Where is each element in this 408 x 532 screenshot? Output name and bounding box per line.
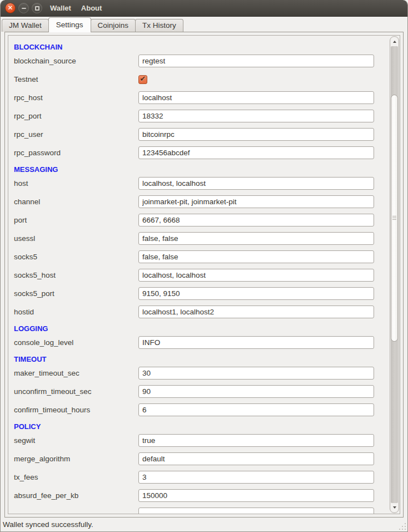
confirm_timeout_hours-label: confirm_timeout_hours [14, 406, 138, 414]
arrow-up-icon [393, 41, 396, 43]
field-row: console_log_level [14, 336, 374, 349]
status-message: Wallet synced successfully. [3, 520, 93, 529]
host-label: host [14, 179, 138, 188]
field-row: Testnet✔ [14, 73, 374, 86]
rpc_user-label: rpc_user [14, 130, 138, 139]
maker_timeout_sec-input[interactable] [138, 367, 374, 380]
host-input[interactable] [138, 177, 374, 190]
usessl-label: usessl [14, 234, 138, 243]
absurd_fee_per_kb-input[interactable] [138, 489, 374, 502]
section-title-timeout: TIMEOUT [14, 354, 387, 364]
rpc_password-input[interactable] [138, 146, 374, 159]
merge_algorithm-label: merge_algorithm [14, 455, 138, 463]
unconfirm_timeout_sec-label: unconfirm_timeout_sec [14, 387, 138, 396]
field-row: usessl [14, 232, 374, 245]
tab-coinjoins[interactable]: Coinjoins [91, 19, 136, 32]
usessl-input[interactable] [138, 232, 374, 245]
titlebar: ✕ Wallet About [1, 0, 407, 17]
tab-tx-history[interactable]: Tx History [135, 19, 183, 32]
settings-form: BLOCKCHAINblockchain_sourceTestnet✔rpc_h… [8, 36, 387, 514]
confirm_timeout_hours-input[interactable] [138, 403, 374, 416]
hostid-label: hostid [14, 308, 138, 316]
resize-grip[interactable] [399, 523, 406, 530]
socks5_port-label: socks5_port [14, 289, 138, 298]
menu-about[interactable]: About [76, 2, 107, 14]
field-row [14, 508, 374, 514]
settings-scroll-area: BLOCKCHAINblockchain_sourceTestnet✔rpc_h… [8, 35, 400, 514]
socks5_host-input[interactable] [138, 269, 374, 282]
field-row: socks5_port [14, 287, 374, 300]
tab-bar: JM WalletSettingsCoinjoinsTx History [1, 17, 407, 32]
blockchain_source-label: blockchain_source [14, 57, 138, 65]
field-row: maker_timeout_sec [14, 367, 374, 380]
field-row: port [14, 214, 374, 226]
rpc_host-input[interactable] [138, 91, 374, 104]
scrollbar-thumb[interactable] [391, 95, 398, 342]
rpc_host-label: rpc_host [14, 93, 138, 102]
field-row: socks5 [14, 250, 374, 263]
scroll-up-button[interactable] [391, 37, 398, 46]
scroll-down-button[interactable] [391, 503, 398, 512]
tab-settings[interactable]: Settings [48, 17, 91, 32]
maker_timeout_sec-label: maker_timeout_sec [14, 369, 138, 377]
field-row: segwit [14, 434, 374, 447]
segwit-input[interactable] [138, 434, 374, 447]
minimize-button[interactable] [18, 3, 29, 13]
field-row: unconfirm_timeout_sec [14, 385, 374, 398]
field-row: absurd_fee_per_kb [14, 489, 374, 502]
field-input[interactable] [138, 508, 374, 514]
console_log_level-label: console_log_level [14, 338, 138, 347]
field-row: rpc_user [14, 128, 374, 141]
socks5-input[interactable] [138, 250, 374, 263]
field-row: host [14, 177, 374, 190]
port-label: port [14, 216, 138, 224]
field-row: merge_algorithm [14, 452, 374, 465]
field-row: tx_fees [14, 471, 374, 484]
checkmark-icon: ✔ [140, 75, 146, 82]
vertical-scrollbar[interactable] [390, 36, 399, 513]
section-title-logging: LOGGING [14, 324, 387, 334]
close-button[interactable]: ✕ [5, 3, 16, 13]
settings-pane: BLOCKCHAINblockchain_sourceTestnet✔rpc_h… [4, 32, 404, 518]
rpc_port-input[interactable] [138, 110, 374, 122]
channel-label: channel [14, 198, 138, 206]
hostid-input[interactable] [138, 306, 374, 318]
field-row: blockchain_source [14, 55, 374, 67]
field-row: socks5_host [14, 269, 374, 282]
port-input[interactable] [138, 214, 374, 226]
field-row: channel [14, 195, 374, 208]
rpc_port-label: rpc_port [14, 112, 138, 120]
socks5_host-label: socks5_host [14, 271, 138, 279]
field-row: rpc_password [14, 146, 374, 159]
maximize-icon [35, 6, 39, 11]
segwit-label: segwit [14, 436, 138, 445]
tx_fees-input[interactable] [138, 471, 374, 484]
menu-wallet[interactable]: Wallet [45, 2, 76, 14]
channel-input[interactable] [138, 195, 374, 208]
console_log_level-input[interactable] [138, 336, 374, 349]
section-title-blockchain: BLOCKCHAIN [14, 42, 387, 52]
testnet-checkbox[interactable]: ✔ [138, 75, 147, 84]
status-bar: Wallet synced successfully. [1, 518, 407, 531]
merge_algorithm-input[interactable] [138, 452, 374, 465]
maximize-button[interactable] [32, 3, 42, 13]
unconfirm_timeout_sec-input[interactable] [138, 385, 374, 398]
app-window: ✕ Wallet About JM WalletSettingsCoinjoin… [0, 0, 408, 532]
minimize-icon [22, 8, 26, 9]
tx_fees-label: tx_fees [14, 473, 138, 481]
section-title-messaging: MESSAGING [14, 165, 387, 175]
rpc_password-label: rpc_password [14, 149, 138, 157]
rpc_user-input[interactable] [138, 128, 374, 141]
field-row: rpc_host [14, 91, 374, 104]
field-row: confirm_timeout_hours [14, 403, 374, 416]
tab-jm-wallet[interactable]: JM Wallet [2, 19, 49, 32]
Testnet-label: Testnet [14, 75, 138, 83]
close-icon: ✕ [7, 4, 13, 11]
absurd_fee_per_kb-label: absurd_fee_per_kb [14, 491, 138, 500]
blockchain_source-input[interactable] [138, 55, 374, 67]
socks5_port-input[interactable] [138, 287, 374, 300]
socks5-label: socks5 [14, 253, 138, 261]
field-row: rpc_port [14, 110, 374, 122]
arrow-down-icon [393, 506, 396, 509]
field-row: hostid [14, 306, 374, 318]
